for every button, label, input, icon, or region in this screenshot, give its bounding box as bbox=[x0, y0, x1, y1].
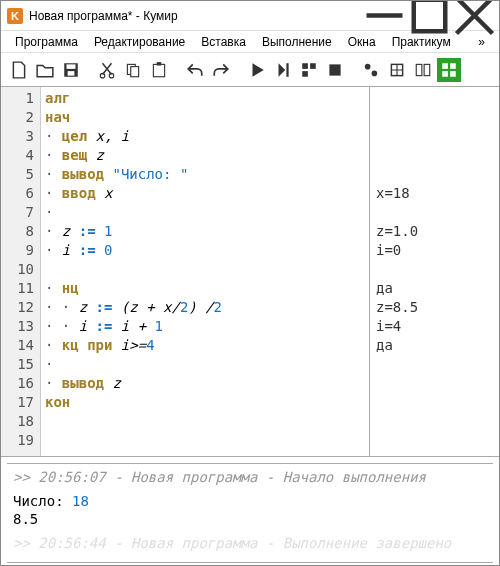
menu-more[interactable]: » bbox=[470, 33, 493, 51]
step-over-icon[interactable] bbox=[271, 58, 295, 82]
actor-robot-icon[interactable] bbox=[437, 58, 461, 82]
svg-rect-14 bbox=[310, 63, 316, 69]
output-timestamp: >> 20:56:07 - Новая программа - Начало в… bbox=[13, 468, 487, 486]
maximize-button[interactable] bbox=[407, 2, 452, 30]
svg-point-18 bbox=[372, 70, 378, 76]
svg-rect-25 bbox=[450, 71, 456, 77]
actor1-icon[interactable] bbox=[359, 58, 383, 82]
svg-rect-15 bbox=[302, 71, 308, 77]
close-button[interactable] bbox=[452, 2, 497, 30]
undo-icon[interactable] bbox=[183, 58, 207, 82]
save-file-icon[interactable] bbox=[59, 58, 83, 82]
svg-rect-20 bbox=[416, 64, 422, 75]
trace-value: z=8.5 bbox=[376, 298, 493, 317]
cut-icon[interactable] bbox=[95, 58, 119, 82]
actor2-icon[interactable] bbox=[385, 58, 409, 82]
svg-rect-21 bbox=[424, 64, 430, 75]
menubar: Программа Редактирование Вставка Выполне… bbox=[1, 31, 499, 53]
svg-rect-10 bbox=[131, 66, 139, 76]
svg-rect-13 bbox=[302, 63, 308, 69]
trace-value: да bbox=[376, 279, 493, 298]
step-into-icon[interactable] bbox=[297, 58, 321, 82]
redo-icon[interactable] bbox=[209, 58, 233, 82]
minimize-button[interactable] bbox=[362, 2, 407, 30]
output-faint-line: >> 20:56:44 - Новая программа - Выполнен… bbox=[13, 534, 487, 552]
svg-rect-11 bbox=[153, 64, 164, 76]
copy-icon[interactable] bbox=[121, 58, 145, 82]
run-icon[interactable] bbox=[245, 58, 269, 82]
output-panel: >> 20:56:07 - Новая программа - Начало в… bbox=[7, 463, 493, 563]
line-gutter: 1 2 3 4 5 6 7 8 9 10 11 12 13 14 15 16 1… bbox=[1, 87, 41, 456]
new-file-icon[interactable] bbox=[7, 58, 31, 82]
svg-rect-1 bbox=[414, 0, 446, 31]
titlebar: K Новая программа* - Кумир bbox=[1, 1, 499, 31]
code-editor[interactable]: алгнач· цел x, i· вещ z· вывод "Число: "… bbox=[41, 87, 369, 456]
svg-rect-5 bbox=[67, 64, 76, 69]
svg-rect-16 bbox=[329, 64, 340, 75]
svg-point-17 bbox=[365, 63, 371, 69]
menu-windows[interactable]: Окна bbox=[340, 33, 384, 51]
window-title: Новая программа* - Кумир bbox=[29, 9, 362, 23]
open-file-icon[interactable] bbox=[33, 58, 57, 82]
trace-value: i=0 bbox=[376, 241, 493, 260]
svg-rect-24 bbox=[442, 71, 448, 77]
trace-value: да bbox=[376, 336, 493, 355]
svg-rect-12 bbox=[157, 62, 162, 65]
menu-insert[interactable]: Вставка bbox=[193, 33, 254, 51]
actor3-icon[interactable] bbox=[411, 58, 435, 82]
menu-edit[interactable]: Редактирование bbox=[86, 33, 193, 51]
editor-area: 1 2 3 4 5 6 7 8 9 10 11 12 13 14 15 16 1… bbox=[1, 87, 499, 457]
output-text[interactable]: >> 20:56:07 - Новая программа - Начало в… bbox=[7, 464, 493, 556]
svg-rect-23 bbox=[450, 63, 456, 69]
svg-rect-22 bbox=[442, 63, 448, 69]
output-prompt: Число: bbox=[13, 493, 72, 509]
stop-icon[interactable] bbox=[323, 58, 347, 82]
trace-panel: x=18 z=1.0 i=0 да z=8.5 i=4 да bbox=[369, 87, 499, 456]
menu-program[interactable]: Программа bbox=[7, 33, 86, 51]
menu-run[interactable]: Выполнение bbox=[254, 33, 340, 51]
paste-icon[interactable] bbox=[147, 58, 171, 82]
line-number: 1 bbox=[3, 89, 34, 108]
output-input-value: 18 bbox=[72, 493, 89, 509]
trace-value: x=18 bbox=[376, 184, 493, 203]
trace-value: z=1.0 bbox=[376, 222, 493, 241]
app-icon: K bbox=[7, 8, 23, 24]
output-result: 8.5 bbox=[13, 510, 487, 528]
svg-rect-6 bbox=[68, 71, 75, 76]
menu-practice[interactable]: Практикум bbox=[384, 33, 459, 51]
toolbar bbox=[1, 53, 499, 87]
trace-value: i=4 bbox=[376, 317, 493, 336]
